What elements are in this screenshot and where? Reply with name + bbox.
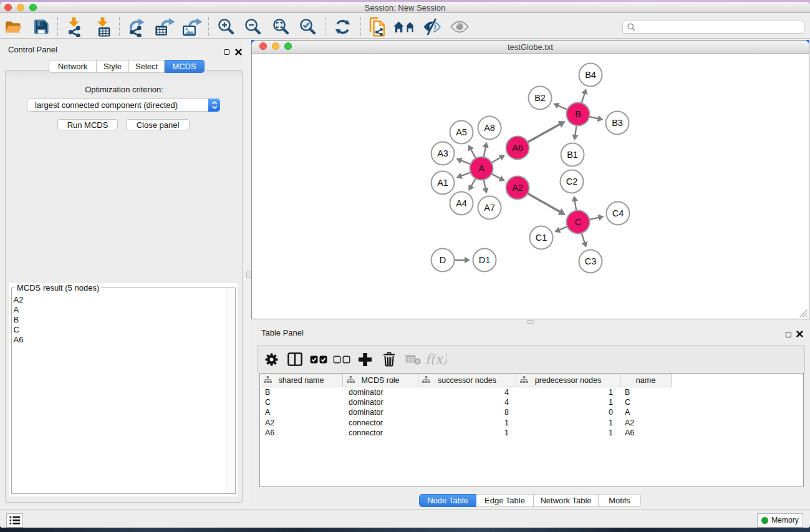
tab-node-table[interactable]: Node Table: [419, 494, 476, 507]
search-field[interactable]: [622, 21, 804, 34]
graph-node-C2[interactable]: C2: [561, 170, 584, 193]
graph-node-label: A5: [456, 127, 467, 137]
mcds-result-item[interactable]: A2: [14, 295, 24, 305]
table-panel-close-button[interactable]: [796, 329, 803, 340]
graph-node-A7[interactable]: A7: [478, 196, 501, 220]
column-header-label: shared name: [279, 376, 324, 385]
column-header-shared-name[interactable]: shared name: [260, 374, 343, 387]
graph-node-C3[interactable]: C3: [579, 250, 602, 273]
column-header-predecessor-nodes[interactable]: predecessor nodes: [516, 374, 620, 387]
mcds-result-item[interactable]: C: [14, 325, 24, 335]
column-header-MCDS-role[interactable]: MCDS role: [343, 374, 418, 387]
close-panel-button[interactable]: Close panel: [126, 119, 190, 130]
network-window-titlebar[interactable]: testGlobe.txt: [252, 41, 809, 54]
column-settings-button[interactable]: [264, 350, 278, 369]
graph-node-label: C1: [536, 233, 547, 243]
graph-node-A4[interactable]: A4: [450, 192, 473, 215]
tab-select[interactable]: Select: [129, 60, 165, 73]
graph-node-A[interactable]: A: [470, 157, 493, 180]
table-panel-float-button[interactable]: [786, 329, 791, 340]
graph-node-A6[interactable]: A6: [506, 137, 529, 160]
table-cell: 1: [516, 398, 620, 407]
zoom-in-button[interactable]: [216, 17, 235, 37]
graph-node-C4[interactable]: C4: [607, 202, 630, 225]
import-network-button[interactable]: [64, 17, 84, 37]
table-cell: dominator: [342, 388, 418, 397]
table-cell: 0: [516, 408, 620, 417]
horizontal-splitter-grip[interactable]: [527, 320, 534, 324]
search-input[interactable]: [638, 22, 804, 32]
list-icon: [9, 516, 20, 525]
open-session-button[interactable]: [4, 17, 23, 37]
graph-node-label: B: [575, 109, 581, 119]
column-header-label: successor nodes: [438, 376, 496, 385]
memory-button[interactable]: Memory: [757, 513, 803, 528]
export-network-button[interactable]: [127, 17, 147, 37]
graph-node-B4[interactable]: B4: [579, 64, 602, 87]
resize-grip-icon[interactable]: [798, 308, 808, 317]
delete-table-button[interactable]: [405, 350, 421, 369]
show-all-button[interactable]: [450, 17, 469, 37]
table-cell: 1: [418, 428, 516, 437]
graph-node-B2[interactable]: B2: [529, 87, 552, 110]
tab-style[interactable]: Style: [97, 60, 129, 73]
graph-node-D1[interactable]: D1: [473, 249, 496, 272]
graph-node-C1[interactable]: C1: [530, 226, 553, 249]
export-image-button[interactable]: [181, 17, 203, 37]
control-panel-close-button[interactable]: [235, 47, 242, 58]
graph-node-A5[interactable]: A5: [450, 121, 473, 144]
graph-node-A3[interactable]: A3: [432, 142, 455, 165]
table-row[interactable]: A6connector11A6: [260, 428, 803, 438]
graph-node-D[interactable]: D: [432, 249, 455, 272]
function-builder-button[interactable]: f(x): [425, 350, 447, 369]
table-cell: C: [620, 398, 671, 407]
table-row[interactable]: A2connector11A2: [260, 418, 803, 428]
graph-node-C[interactable]: C: [567, 211, 590, 234]
tab-motifs[interactable]: Motifs: [599, 494, 641, 507]
tab-edge-table[interactable]: Edge Table: [476, 494, 534, 507]
export-table-button[interactable]: [154, 17, 175, 37]
table-row[interactable]: Cdominator41C: [260, 397, 803, 407]
table-row[interactable]: Adominator80A: [260, 407, 803, 417]
criterion-dropdown[interactable]: largest connected component (directed): [27, 99, 220, 112]
unselect-all-columns-button[interactable]: [332, 350, 350, 369]
tab-mcds[interactable]: MCDS: [165, 60, 205, 73]
apply-layout-button[interactable]: [334, 17, 351, 37]
graph-node-label: A3: [437, 148, 448, 158]
table-panel-tabs: Node Table Edge Table Network Table Moti…: [419, 494, 641, 507]
network-view-window: testGlobe.txt B4B2BB3A8A5A6A3B1AC2A1A2A4…: [251, 40, 809, 319]
network-graph-canvas[interactable]: B4B2BB3A8A5A6A3B1AC2A1A2A4A7C4CC1DD1C3: [252, 54, 809, 319]
graph-node-A1[interactable]: A1: [432, 172, 455, 195]
column-header-name[interactable]: name: [620, 374, 672, 387]
graph-node-B[interactable]: B: [567, 103, 590, 126]
run-mcds-button[interactable]: Run MCDS: [57, 119, 118, 130]
task-history-button[interactable]: [6, 513, 23, 528]
mcds-result-item[interactable]: A: [14, 305, 24, 315]
control-panel-float-button[interactable]: [224, 46, 229, 57]
split-view-button[interactable]: [287, 350, 302, 369]
add-column-button[interactable]: [357, 350, 372, 369]
zoom-fit-button[interactable]: [271, 17, 290, 37]
column-header-successor-nodes[interactable]: successor nodes: [418, 374, 516, 387]
clone-network-button[interactable]: [367, 17, 387, 37]
mcds-result-scrollbar[interactable]: [226, 288, 235, 493]
tab-network-table[interactable]: Network Table: [534, 494, 599, 507]
select-all-columns-button[interactable]: [309, 350, 327, 369]
graph-node-A2[interactable]: A2: [506, 177, 529, 200]
graph-node-B3[interactable]: B3: [606, 112, 629, 135]
import-table-button[interactable]: [93, 17, 113, 37]
table-row[interactable]: Bdominator41B: [260, 387, 803, 397]
graph-node-A8[interactable]: A8: [478, 117, 501, 140]
graph-node-B1[interactable]: B1: [561, 143, 584, 167]
zoom-selected-button[interactable]: [298, 17, 317, 37]
first-neighbors-button[interactable]: [393, 17, 416, 37]
zoom-out-button[interactable]: [243, 17, 262, 37]
save-session-button[interactable]: [32, 17, 50, 37]
delete-columns-button[interactable]: [382, 350, 396, 369]
tab-network[interactable]: Network: [49, 60, 97, 73]
mcds-result-item[interactable]: B: [14, 315, 24, 325]
hide-selected-button[interactable]: [422, 17, 441, 37]
memory-status-icon: [761, 517, 768, 524]
toolbar-separator: [360, 17, 361, 36]
mcds-result-item[interactable]: A6: [14, 335, 24, 345]
